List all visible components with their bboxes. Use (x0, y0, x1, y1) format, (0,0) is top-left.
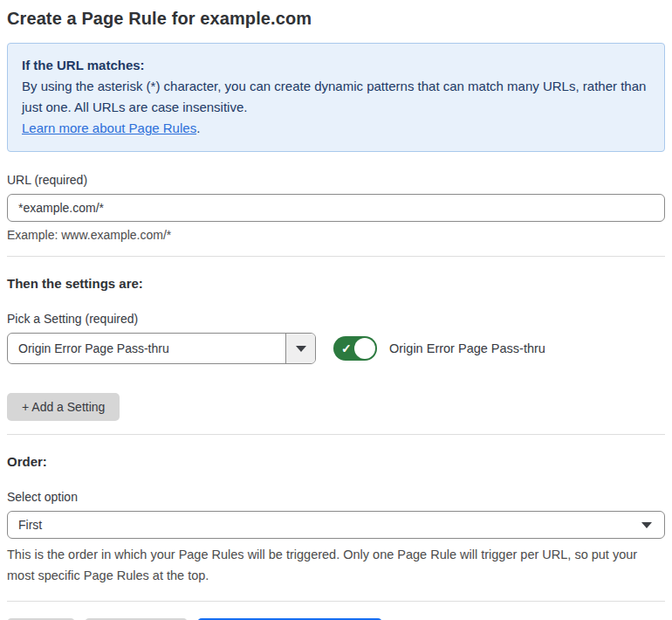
order-description: This is the order in which your Page Rul… (7, 544, 665, 586)
info-box-heading: If the URL matches: (22, 55, 650, 76)
url-example-text: Example: www.example.com/* (7, 228, 665, 242)
add-setting-button[interactable]: + Add a Setting (7, 393, 120, 421)
divider (7, 256, 665, 257)
setting-row: Origin Error Page Pass-thru ✓ Origin Err… (7, 333, 665, 364)
order-select-label: Select option (7, 490, 665, 504)
page-title: Create a Page Rule for example.com (7, 9, 665, 29)
url-input[interactable] (7, 194, 665, 222)
link-period: . (196, 121, 200, 135)
setting-select[interactable]: Origin Error Page Pass-thru (7, 333, 316, 364)
order-select-value: First (18, 518, 641, 532)
url-match-info-box: If the URL matches: By using the asteris… (7, 43, 665, 152)
chevron-down-icon (641, 522, 652, 528)
setting-toggle-label: Origin Error Page Pass-thru (389, 341, 545, 355)
divider (7, 434, 665, 435)
url-field-label: URL (required) (7, 173, 665, 187)
divider (7, 601, 665, 602)
settings-section-heading: Then the settings are: (7, 276, 665, 291)
setting-select-arrow-button[interactable] (285, 334, 315, 363)
toggle-knob (354, 338, 375, 359)
setting-select-value: Origin Error Page Pass-thru (8, 334, 285, 363)
check-icon: ✓ (341, 342, 352, 355)
setting-picker-label: Pick a Setting (required) (7, 312, 665, 326)
info-box-body: By using the asterisk (*) character, you… (22, 76, 650, 118)
order-select[interactable]: First (7, 511, 665, 539)
setting-toggle-group: ✓ Origin Error Page Pass-thru (333, 336, 545, 361)
origin-error-page-toggle[interactable]: ✓ (333, 336, 377, 361)
learn-more-link[interactable]: Learn more about Page Rules (22, 121, 196, 135)
order-section-heading: Order: (7, 454, 665, 469)
chevron-down-icon (296, 346, 306, 352)
